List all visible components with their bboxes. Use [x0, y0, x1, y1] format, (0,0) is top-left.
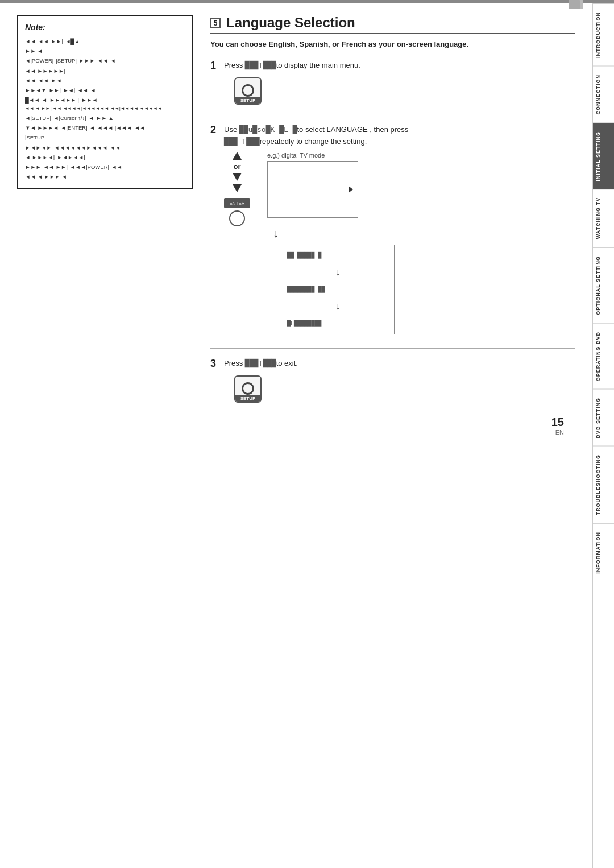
sidebar-tab-troubleshooting: TROUBLESHOOTING [593, 446, 614, 523]
setup-circle-icon [242, 84, 254, 97]
sidebar-tab-dvd-setting: DVD SETTING [593, 389, 614, 447]
submenu-down-arrow: ↓ [273, 227, 395, 240]
step-2-number: 2 [210, 124, 216, 137]
sidebar-tab-initial-setting: INITIAL SETTING [593, 123, 614, 189]
instruction-area: 5 Language Selection You can choose Engl… [210, 15, 575, 408]
enter-button: ENTER [224, 198, 250, 208]
menu-content [272, 165, 353, 210]
step-3-text: Press ███T███to exit. [224, 358, 575, 370]
page-number: 15 [551, 416, 564, 429]
step-2: 2 Use ██u█so█K █L █to select LANGUAGE , … [210, 124, 575, 335]
step-1-setup-icon: SETUP [234, 77, 262, 105]
main-content: Note: ◄◄◄◄►►|◄█▲ ►► ◄ ◄|POWER||SETUP|►►►… [0, 3, 592, 445]
title-checkbox: 5 [210, 18, 221, 28]
sidebar-tab-operating-dvd: OPERATING DVD [593, 323, 614, 389]
sidebar-tab-watching-tv: WATCHING TV [593, 189, 614, 247]
menu-arrow-icon [349, 186, 353, 193]
step-2-diagram: or ENTER e.g.) digital TV mode [224, 152, 575, 334]
right-sidebar: INTRODUCTION CONNECTION INITIAL SETTING … [592, 3, 614, 868]
submenu-item-1: ██ █████ █ [287, 250, 388, 261]
or-text: or [234, 162, 241, 171]
step-2-right-menu: e.g.) digital TV mode ↓ ██ █████ █ ↓ [267, 152, 395, 334]
sidebar-tab-introduction: INTRODUCTION [593, 3, 614, 66]
sidebar-tab-information: INFORMATION [593, 523, 614, 582]
page-lang: EN [551, 429, 564, 436]
submenu-arrow-2: ↓ [287, 297, 388, 316]
enter-circle-icon [229, 210, 245, 226]
submenu-item-2: ████████ ██ [287, 284, 388, 295]
sidebar-tab-optional-setting: OPTIONAL SETTING [593, 247, 614, 323]
menu-box [267, 161, 358, 218]
step-1-text: Press ███T███to display the main menu. [224, 60, 575, 72]
note-title: Note: [25, 22, 185, 34]
step-1: 1 Press ███T███to display the main menu.… [210, 60, 575, 110]
setup-icon-label: SETUP [235, 97, 260, 104]
step-1-number: 1 [210, 60, 216, 72]
submenu-area: ↓ ██ █████ █ ↓ ████████ ██ ↓ █F████████ [267, 227, 395, 334]
submenu-arrow-1: ↓ [287, 263, 388, 282]
separator [210, 348, 575, 349]
arrow-up-icon [233, 152, 242, 160]
step-2-left-controls: or ENTER [224, 152, 250, 226]
arrow-down-icon-2 [233, 184, 242, 192]
step-3: 3 Press ███T███to exit. SETUP [210, 358, 575, 408]
step-3-setup-icon: SETUP [234, 375, 262, 403]
title-text: Language Selection [226, 15, 355, 31]
bottom-right: 15 EN [551, 416, 564, 436]
note-content: ◄◄◄◄►►|◄█▲ ►► ◄ ◄|POWER||SETUP|►►►◄◄◄ ◄◄… [25, 37, 185, 181]
page-title: 5 Language Selection [210, 15, 575, 34]
step-3-number: 3 [210, 358, 216, 370]
setup-icon-label-2: SETUP [235, 395, 260, 402]
arrow-down-icon [233, 173, 242, 181]
sidebar-tab-connection: CONNECTION [593, 66, 614, 123]
subtitle: You can choose English, Spanish, or Fren… [210, 40, 575, 48]
note-box: Note: ◄◄◄◄►►|◄█▲ ►► ◄ ◄|POWER||SETUP|►►►… [17, 15, 193, 189]
step-2-text: Use ██u█so█K █L █to select LANGUAGE , th… [224, 124, 575, 148]
submenu-item-3: █F████████ [287, 318, 388, 329]
submenu-box: ██ █████ █ ↓ ████████ ██ ↓ █F████████ [281, 245, 395, 334]
digital-tv-label: e.g.) digital TV mode [267, 152, 325, 159]
setup-circle-icon-2 [242, 382, 254, 395]
